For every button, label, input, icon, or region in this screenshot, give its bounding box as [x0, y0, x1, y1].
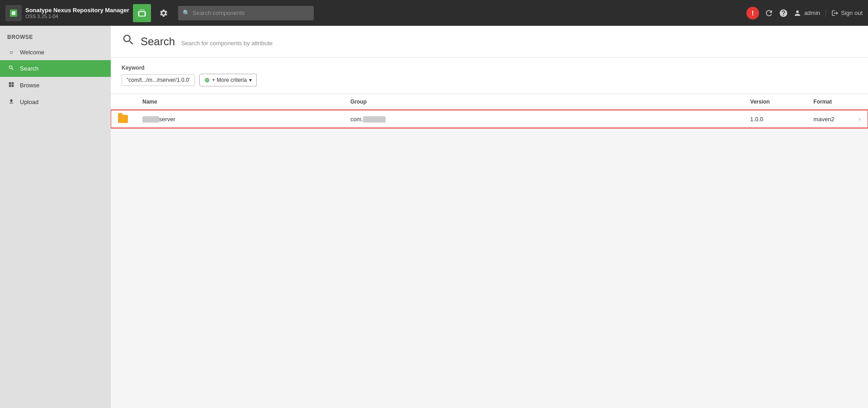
row-icon-cell	[111, 110, 135, 128]
global-search-box[interactable]: 🔍	[178, 6, 314, 20]
row-action-cell[interactable]: ›	[851, 110, 868, 128]
page-title-block: Search Search for components by attribut…	[141, 35, 273, 48]
search-criteria-area: Keyword "com/t.../m.../rserver/1.0.0' ⊕ …	[111, 57, 868, 94]
sidebar: Browse ○ Welcome Search	[0, 26, 111, 408]
brand-title: Sonatype Nexus Repository Manager	[25, 7, 129, 14]
brand-text: Sonatype Nexus Repository Manager OSS 3.…	[25, 7, 129, 19]
col-header-action	[851, 94, 868, 110]
col-header-name: Name	[135, 94, 343, 110]
col-header-format: Format	[806, 94, 851, 110]
keyword-value: "com/t.../m.../rserver/1.0.0'	[127, 77, 190, 83]
global-search-input[interactable]	[193, 9, 309, 16]
sidebar-item-welcome[interactable]: ○ Welcome	[0, 44, 111, 60]
row-version: 1.0.0	[750, 116, 763, 123]
row-group-cell: com.	[343, 110, 743, 128]
keyword-row: "com/t.../m.../rserver/1.0.0' ⊕ + More c…	[122, 74, 857, 86]
row-format-cell: maven2	[806, 110, 851, 128]
page-subtitle: Search for components by attribute	[181, 40, 273, 47]
col-header-version: Version	[743, 94, 806, 110]
search-icon: 🔍	[183, 9, 190, 16]
sidebar-item-welcome-label: Welcome	[20, 49, 44, 56]
brand-icon	[5, 5, 22, 21]
more-criteria-label: + More criteria	[212, 77, 247, 83]
col-header-icon	[111, 94, 135, 110]
group-prefix: com.	[350, 116, 363, 123]
search-page-icon	[122, 33, 135, 50]
upload-icon	[7, 98, 15, 106]
svg-rect-1	[12, 11, 15, 15]
page-title: Search	[141, 35, 175, 47]
home-nav-button[interactable]	[133, 4, 151, 22]
signout-label: Sign out	[841, 9, 863, 16]
more-criteria-button[interactable]: ⊕ + More criteria ▾	[199, 74, 257, 86]
sidebar-item-search-label: Search	[20, 65, 38, 72]
row-name-cell: server	[135, 110, 343, 128]
brand: Sonatype Nexus Repository Manager OSS 3.…	[5, 5, 129, 21]
sidebar-item-upload-label: Upload	[20, 99, 38, 105]
settings-button[interactable]	[155, 4, 173, 22]
user-label: admin	[804, 9, 820, 16]
name-suffix: server	[159, 116, 175, 123]
name-redacted	[142, 116, 159, 123]
keyword-tag[interactable]: "com/t.../m.../rserver/1.0.0'	[122, 74, 195, 86]
keyword-label: Keyword	[122, 65, 857, 71]
group-redacted	[363, 116, 386, 123]
row-format: maven2	[813, 116, 834, 123]
brand-subtitle: OSS 3.25.1-04	[25, 14, 129, 19]
search-sidebar-icon	[7, 65, 15, 72]
sidebar-heading: Browse	[0, 30, 111, 44]
page-header: Search Search for components by attribut…	[111, 26, 868, 57]
sidebar-section-browse: Browse ○ Welcome Search	[0, 26, 111, 115]
navbar-right: ! admin Sign out	[746, 7, 863, 19]
layout: Browse ○ Welcome Search	[0, 26, 868, 408]
refresh-button[interactable]	[764, 9, 774, 18]
row-version-cell: 1.0.0	[743, 110, 806, 128]
table-row[interactable]: server com. 1.0.0 maven2 ›	[111, 110, 868, 128]
table-header-row: Name Group Version Format	[111, 94, 868, 110]
sidebar-item-browse-label: Browse	[20, 82, 39, 89]
col-header-group: Group	[343, 94, 743, 110]
help-button[interactable]	[779, 9, 788, 18]
navbar: Sonatype Nexus Repository Manager OSS 3.…	[0, 0, 868, 26]
dropdown-icon: ▾	[249, 77, 252, 83]
circle-icon: ○	[7, 48, 15, 56]
results-table: Name Group Version Format	[111, 94, 868, 128]
sidebar-item-browse[interactable]: Browse	[0, 77, 111, 94]
user-menu[interactable]: admin	[793, 9, 820, 17]
signout-button[interactable]: Sign out	[826, 9, 863, 17]
main-content: Search Search for components by attribut…	[111, 26, 868, 408]
browse-icon	[7, 81, 15, 89]
sidebar-item-upload[interactable]: Upload	[0, 94, 111, 110]
alert-button[interactable]: !	[746, 7, 759, 19]
sidebar-item-search[interactable]: Search	[0, 60, 111, 77]
chevron-right-icon: ›	[859, 115, 861, 123]
folder-icon	[118, 115, 128, 123]
plus-icon: ⊕	[204, 76, 210, 84]
